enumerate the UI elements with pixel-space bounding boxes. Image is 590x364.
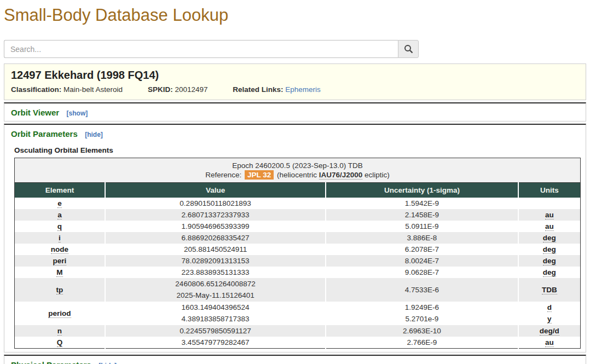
physical-parameters-section: Physical Parameters [hide] [4, 355, 586, 364]
element-uncertainty: 1.9249E-6 5.2701e-9 [326, 302, 518, 325]
object-header-panel: 12497 Ekkehard (1998 FQ14) Classificatio… [4, 63, 586, 100]
element-label: a [57, 211, 62, 219]
spkid-value: 20012497 [175, 85, 207, 94]
page: Small-Body Database Lookup 12497 Ekkehar… [0, 5, 590, 364]
reference-line: Reference: JPL 32 (heliocentric IAU76/J2… [15, 170, 580, 180]
reference-frame: IAU76/J2000 [319, 171, 363, 180]
element-value: 2460806.651264008872 2025-May-11.1512640… [105, 278, 326, 302]
element-label: node [51, 245, 68, 254]
element-units: deg/d [540, 327, 559, 336]
element-units: d y [518, 302, 581, 325]
element-value: 223.8838935131333 [105, 267, 326, 278]
element-units: au [545, 222, 554, 231]
element-value: 78.02892091313153 [105, 255, 326, 267]
search-input[interactable] [4, 40, 398, 58]
element-uncertainty: 4.7533E-6 [326, 278, 518, 302]
uncertainty-line-2: 5.2701e-9 [326, 313, 518, 325]
table-row: a 2.680713372337933 2.1458E-9 au [15, 209, 581, 221]
object-meta: Classification: Main-belt Asteroid SPKID… [11, 85, 579, 94]
element-units: deg [543, 268, 556, 277]
units-line-1: d [547, 303, 552, 312]
object-title: 12497 Ekkehard (1998 FQ14) [11, 69, 579, 82]
element-uncertainty: 1.5942E-9 [326, 198, 518, 209]
element-uncertainty: 6.2078E-7 [326, 244, 518, 255]
element-units: au [545, 338, 554, 347]
column-header-value: Value [105, 183, 326, 198]
orbit-parameters-title: Orbit Parameters [11, 129, 78, 138]
element-units: deg [543, 245, 556, 254]
column-header-element: Element [15, 183, 105, 198]
reference-mid: (heliocentric [277, 171, 317, 179]
element-label: M [56, 268, 62, 277]
column-header-uncertainty: Uncertainty (1-sigma) [326, 183, 518, 198]
element-value: 205.881450524911 [105, 244, 326, 255]
table-row: node 205.881450524911 6.2078E-7 deg [15, 244, 581, 255]
value-line-2: 2025-May-11.15126401 [106, 290, 325, 302]
element-uncertainty: 2.766E-9 [326, 337, 518, 349]
table-row: n 0.2245579850591127 2.6963E-10 deg/d [15, 325, 581, 337]
element-label: e [57, 199, 62, 208]
table-row: Q 3.455479779282467 2.766E-9 au [15, 337, 581, 349]
ephemeris-link[interactable]: Ephemeris [285, 85, 321, 94]
units-line-2: y [547, 315, 552, 323]
element-units: TDB [542, 286, 557, 294]
orbit-viewer-section: Orbit Viewer [show] [4, 102, 586, 122]
physical-parameters-title: Physical Parameters [11, 360, 91, 364]
related-links-label: Related Links: [233, 85, 283, 94]
element-label: tp [56, 286, 63, 294]
jpl-solution-badge: JPL 32 [245, 170, 274, 180]
element-value: 3.455479779282467 [105, 337, 326, 349]
table-row: q 1.905946965393399 5.0911E-9 au [15, 221, 581, 232]
value-line-1: 2460806.651264008872 [106, 278, 325, 290]
reference-suffix: ecliptic) [365, 171, 390, 179]
physical-parameters-toggle[interactable]: [hide] [99, 362, 117, 364]
element-value: 1603.149404396524 4.389183858717383 [105, 302, 326, 325]
column-header-units: Units [518, 183, 581, 198]
table-caption-row: Epoch 2460200.5 (2023-Sep-13.0) TDB Refe… [15, 158, 581, 183]
table-row: i 6.886920268335427 3.886E-8 deg [15, 232, 581, 244]
element-label: q [57, 222, 62, 231]
search-bar [4, 40, 419, 58]
element-uncertainty: 2.1458E-9 [326, 209, 518, 221]
orbit-parameters-toggle[interactable]: [hide] [85, 131, 103, 138]
orbit-viewer-toggle[interactable]: [show] [67, 109, 88, 117]
reference-prefix: Reference: [205, 171, 241, 179]
search-button[interactable] [398, 40, 419, 58]
element-uncertainty: 3.886E-8 [326, 232, 518, 244]
element-uncertainty: 2.6963E-10 [326, 325, 518, 337]
spkid-label: SPKID: [148, 85, 173, 94]
table-row: period 1603.149404396524 4.3891838587173… [15, 302, 581, 325]
classification-label: Classification: [11, 85, 61, 94]
orbit-parameters-section: Orbit Parameters [hide] Osculating Orbit… [4, 124, 586, 353]
classification-value: Main-belt Asteroid [63, 85, 123, 94]
element-units: deg [543, 257, 556, 265]
element-uncertainty: 5.0911E-9 [326, 221, 518, 232]
value-line-2: 4.389183858717383 [106, 313, 325, 325]
table-row: M 223.8838935131333 9.0628E-7 deg [15, 267, 581, 278]
table-row: e 0.2890150118021893 1.5942E-9 [15, 198, 581, 209]
osculating-elements-heading: Osculating Orbital Elements [14, 146, 579, 154]
page-title: Small-Body Database Lookup [4, 5, 586, 25]
element-units: deg [543, 234, 556, 242]
element-value: 0.2245579850591127 [105, 325, 326, 337]
epoch-line: Epoch 2460200.5 (2023-Sep-13.0) TDB [15, 161, 580, 170]
value-line-1: 1603.149404396524 [106, 302, 325, 314]
element-units: au [545, 211, 554, 219]
element-value: 1.905946965393399 [105, 221, 326, 232]
element-value: 0.2890150118021893 [105, 198, 326, 209]
element-label: i [59, 234, 61, 242]
element-label: period [48, 309, 71, 318]
element-label: Q [57, 338, 63, 347]
table-row: peri 78.02892091313153 8.0024E-7 deg [15, 255, 581, 267]
element-uncertainty: 8.0024E-7 [326, 255, 518, 267]
orbit-viewer-title: Orbit Viewer [11, 108, 59, 117]
uncertainty-line-1: 1.9249E-6 [326, 302, 518, 314]
element-uncertainty: 9.0628E-7 [326, 267, 518, 278]
table-row: tp 2460806.651264008872 2025-May-11.1512… [15, 278, 581, 302]
magnifier-icon [404, 44, 413, 54]
table-header-row: Element Value Uncertainty (1-sigma) Unit… [15, 183, 581, 198]
element-value: 2.680713372337933 [105, 209, 326, 221]
orbital-elements-table: Epoch 2460200.5 (2023-Sep-13.0) TDB Refe… [14, 158, 581, 349]
element-value: 6.886920268335427 [105, 232, 326, 244]
element-label: peri [53, 257, 67, 265]
